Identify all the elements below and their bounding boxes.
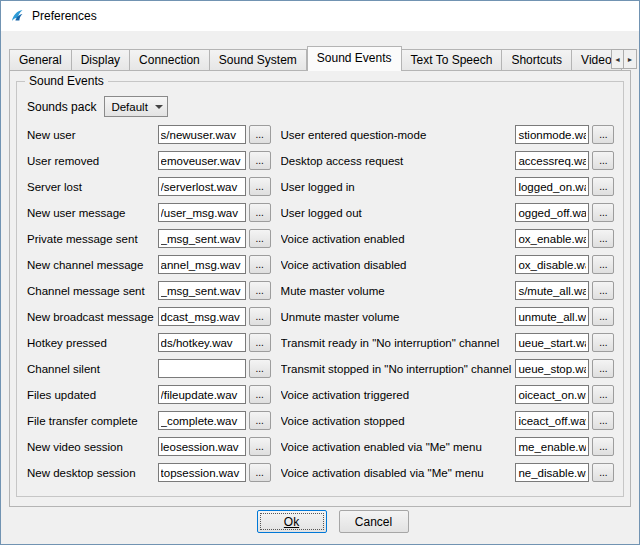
browse-button[interactable]: ... xyxy=(249,359,271,378)
browse-button[interactable]: ... xyxy=(249,177,271,196)
sound-file-input[interactable] xyxy=(158,151,246,170)
sound-event-row: Voice activation stopped... xyxy=(281,411,615,430)
browse-button[interactable]: ... xyxy=(249,437,271,456)
browse-button[interactable]: ... xyxy=(592,177,614,196)
sound-file-input[interactable] xyxy=(515,177,589,196)
window-title: Preferences xyxy=(32,9,97,23)
tab-sound-system[interactable]: Sound System xyxy=(210,49,307,70)
sound-file-input[interactable] xyxy=(515,125,589,144)
browse-button[interactable]: ... xyxy=(592,385,614,404)
browse-button[interactable]: ... xyxy=(592,125,614,144)
sound-file-input[interactable] xyxy=(515,385,589,404)
tab-scroll-controls: ◄ ► xyxy=(611,49,637,69)
sound-file-input[interactable] xyxy=(515,255,589,274)
sound-file-input[interactable] xyxy=(158,437,246,456)
browse-button[interactable]: ... xyxy=(249,333,271,352)
sound-file-input[interactable] xyxy=(158,281,246,300)
sound-file-input[interactable] xyxy=(515,229,589,248)
sound-file-input[interactable] xyxy=(515,203,589,222)
sound-file-input[interactable] xyxy=(158,463,246,482)
sound-file-input[interactable] xyxy=(515,437,589,456)
tab-display[interactable]: Display xyxy=(72,49,130,70)
sound-event-row: Hotkey pressed... xyxy=(27,333,271,352)
browse-button[interactable]: ... xyxy=(592,307,614,326)
browse-button[interactable]: ... xyxy=(249,307,271,326)
sound-file-input[interactable] xyxy=(515,411,589,430)
cancel-button[interactable]: Cancel xyxy=(339,510,409,533)
tab-shortcuts[interactable]: Shortcuts xyxy=(502,49,572,70)
browse-button[interactable]: ... xyxy=(249,229,271,248)
browse-button[interactable]: ... xyxy=(249,385,271,404)
sound-file-input[interactable] xyxy=(158,307,246,326)
tab-text-to-speech[interactable]: Text To Speech xyxy=(402,49,503,70)
sound-event-label: Hotkey pressed xyxy=(27,337,158,349)
browse-button[interactable]: ... xyxy=(249,281,271,300)
sound-event-row: User logged out... xyxy=(281,203,615,222)
browse-button[interactable]: ... xyxy=(592,255,614,274)
sound-event-label: Voice activation enabled via "Me" menu xyxy=(281,441,516,453)
sound-event-row: Voice activation disabled... xyxy=(281,255,615,274)
sound-file-input[interactable] xyxy=(158,385,246,404)
sound-events-column-left: New user...User removed...Server lost...… xyxy=(27,125,271,489)
tab-scroll-right-button[interactable]: ► xyxy=(624,49,637,69)
sound-file-input[interactable] xyxy=(158,359,246,378)
sound-file-input[interactable] xyxy=(515,333,589,352)
dialog-buttons: Ok Cancel xyxy=(1,510,639,533)
sound-event-row: New broadcast message... xyxy=(27,307,271,326)
browse-button[interactable]: ... xyxy=(592,229,614,248)
sound-file-input[interactable] xyxy=(158,203,246,222)
browse-button[interactable]: ... xyxy=(592,411,614,430)
sound-event-row: Channel message sent... xyxy=(27,281,271,300)
sound-event-row: Voice activation disabled via "Me" menu.… xyxy=(281,463,615,482)
sound-file-input[interactable] xyxy=(515,359,589,378)
sound-event-label: Channel message sent xyxy=(27,285,158,297)
sound-file-input[interactable] xyxy=(158,255,246,274)
browse-button[interactable]: ... xyxy=(249,255,271,274)
sound-file-input[interactable] xyxy=(158,411,246,430)
sound-event-row: Channel silent... xyxy=(27,359,271,378)
browse-button[interactable]: ... xyxy=(592,333,614,352)
browse-button[interactable]: ... xyxy=(592,203,614,222)
sound-event-label: Desktop access request xyxy=(281,155,516,167)
browse-button[interactable]: ... xyxy=(592,281,614,300)
sound-file-input[interactable] xyxy=(515,463,589,482)
browse-button[interactable]: ... xyxy=(592,151,614,170)
browse-button[interactable]: ... xyxy=(249,125,271,144)
tab-connection[interactable]: Connection xyxy=(130,49,210,70)
sound-event-row: Unmute master volume... xyxy=(281,307,615,326)
tab-general[interactable]: General xyxy=(9,49,72,70)
browse-button[interactable]: ... xyxy=(249,151,271,170)
sound-file-input[interactable] xyxy=(158,229,246,248)
browse-button[interactable]: ... xyxy=(249,463,271,482)
preferences-window: { "window": { "title": "Preferences" }, … xyxy=(0,0,640,545)
sound-file-input[interactable] xyxy=(515,281,589,300)
tab-sound-events[interactable]: Sound Events xyxy=(307,46,402,71)
sound-event-row: User removed... xyxy=(27,151,271,170)
sounds-pack-select[interactable]: Default xyxy=(104,96,168,117)
sound-event-label: File transfer complete xyxy=(27,415,158,427)
sound-event-label: User logged in xyxy=(281,181,516,193)
sound-event-label: New user xyxy=(27,129,158,141)
sound-file-input[interactable] xyxy=(158,125,246,144)
sound-event-label: Voice activation disabled via "Me" menu xyxy=(281,467,516,479)
browse-button[interactable]: ... xyxy=(592,437,614,456)
sound-event-row: Voice activation enabled... xyxy=(281,229,615,248)
sounds-pack-label: Sounds pack xyxy=(27,100,96,114)
sound-file-input[interactable] xyxy=(158,333,246,352)
tab-scroll-left-button[interactable]: ◄ xyxy=(611,49,624,69)
sound-event-row: New video session... xyxy=(27,437,271,456)
sound-event-label: User logged out xyxy=(281,207,516,219)
browse-button[interactable]: ... xyxy=(249,411,271,430)
browse-button[interactable]: ... xyxy=(592,463,614,482)
sound-events-group: Sound Events Sounds pack Default New use… xyxy=(16,81,624,497)
browse-button[interactable]: ... xyxy=(592,359,614,378)
sound-file-input[interactable] xyxy=(515,307,589,326)
sound-event-label: User entered question-mode xyxy=(281,129,516,141)
ok-button[interactable]: Ok xyxy=(257,510,327,533)
sound-event-label: Transmit stopped in "No interruption" ch… xyxy=(281,363,516,375)
tab-pane: Sound Events Sounds pack Default New use… xyxy=(9,70,631,507)
sound-file-input[interactable] xyxy=(515,151,589,170)
sound-file-input[interactable] xyxy=(158,177,246,196)
tab-list: GeneralDisplayConnectionSound SystemSoun… xyxy=(9,46,622,70)
browse-button[interactable]: ... xyxy=(249,203,271,222)
